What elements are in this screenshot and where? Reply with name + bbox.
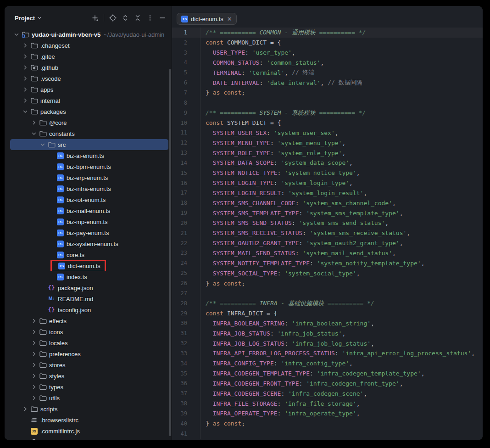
- tree-item-types[interactable]: types: [5, 381, 172, 392]
- project-panel-scrollbar[interactable]: [169, 69, 171, 436]
- code-line: 4 COMMON_STATUS: 'common_status',: [172, 58, 483, 68]
- tree-item-item[interactable]: [5, 437, 172, 440]
- code-editor[interactable]: 1/** ========== COMMON - 通用模块 ==========…: [172, 28, 483, 440]
- chevron-right-icon[interactable]: [30, 339, 38, 347]
- chevron-spacer: [48, 207, 55, 214]
- tab-dict-enum-ts[interactable]: TS dict-enum.ts ✕: [177, 13, 237, 25]
- chevron-right-icon[interactable]: [22, 75, 29, 82]
- editor-area: TS dict-enum.ts ✕ 1/** ========== COMMON…: [172, 6, 483, 440]
- code-line: 21 SYSTEM_SMS_RECEIVE_STATUS: 'system_sm…: [172, 228, 483, 238]
- chevron-right-icon[interactable]: [30, 383, 38, 391]
- tree-item-biz-ai-enum-ts[interactable]: TSbiz-ai-enum.ts: [5, 150, 172, 161]
- chevron-right-icon[interactable]: [22, 405, 29, 413]
- tree-item-core[interactable]: @core: [5, 117, 172, 128]
- chevron-down-icon[interactable]: [22, 108, 29, 115]
- tree-item-vscode[interactable]: .vscode: [5, 73, 172, 84]
- tree-item-biz-mp-enum-ts[interactable]: TSbiz-mp-enum.ts: [5, 216, 172, 227]
- tree-item-index-ts[interactable]: TSindex.ts: [5, 271, 172, 282]
- chevron-right-icon[interactable]: [30, 394, 38, 402]
- tree-item-scripts[interactable]: scripts: [5, 403, 172, 414]
- plus-icon[interactable]: [91, 14, 99, 22]
- line-number: 18: [172, 198, 200, 208]
- tree-item-stores[interactable]: stores: [5, 359, 172, 370]
- toolbar-divider: [104, 14, 104, 22]
- folder-icon: [39, 383, 47, 391]
- tree-item-biz-iot-enum-ts[interactable]: TSbiz-iot-enum.ts: [5, 194, 172, 205]
- folder-icon: [30, 108, 38, 115]
- tree-item-commitlintrc-js[interactable]: JS.commitlintrc.js: [5, 426, 172, 437]
- line-number: 19: [172, 208, 200, 218]
- chevron-down-icon[interactable]: [30, 130, 38, 137]
- expand-all-icon[interactable]: [122, 14, 129, 22]
- tree-item-locales[interactable]: locales: [5, 337, 172, 348]
- tree-item-biz-system-enum-ts[interactable]: TSbiz-system-enum.ts: [5, 238, 172, 249]
- code-line: 41: [172, 429, 483, 439]
- chevron-right-icon[interactable]: [22, 42, 29, 49]
- chevron-right-icon[interactable]: [30, 119, 38, 126]
- code-line: 25 SYSTEM_SOCIAL_TYPE: 'system_social_ty…: [172, 268, 483, 278]
- project-panel-toolbar: [91, 14, 166, 22]
- project-path: ~/Java/yudao-ui-admin: [104, 31, 164, 38]
- tree-item-biz-mall-enum-ts[interactable]: TSbiz-mall-enum.ts: [5, 205, 172, 216]
- tree-item-effects[interactable]: effects: [5, 315, 172, 326]
- tree-item-biz-erp-enum-ts[interactable]: TSbiz-erp-enum.ts: [5, 172, 172, 183]
- code-line-text: } as const;: [200, 278, 245, 288]
- tree-item-yudao-ui-admin-vben-v5[interactable]: yudao-ui-admin-vben-v5~/Java/yudao-ui-ad…: [5, 29, 172, 40]
- chevron-right-icon[interactable]: [30, 328, 38, 336]
- tree-item-utils[interactable]: utils: [5, 392, 172, 403]
- code-line: 18 SYSTEM_SMS_CHANNEL_CODE: 'system_sms_…: [172, 198, 483, 208]
- tree-item-dict-enum-ts[interactable]: TSdict-enum.ts: [5, 260, 172, 271]
- tree-item-styles[interactable]: styles: [5, 370, 172, 381]
- line-number: 9: [172, 108, 200, 118]
- tree-item-biz-bpm-enum-ts[interactable]: TSbiz-bpm-enum.ts: [5, 161, 172, 172]
- code-line-text: SYSTEM_DATA_SCOPE: 'system_data_scope',: [200, 158, 353, 168]
- tree-item-internal[interactable]: internal: [5, 95, 172, 106]
- close-icon[interactable]: ✕: [227, 16, 232, 22]
- kebab-menu-icon[interactable]: [146, 14, 154, 22]
- chevron-right-icon[interactable]: [30, 361, 38, 369]
- tree-item-tsconfig-json[interactable]: {}tsconfig.json: [5, 304, 172, 315]
- chevron-right-icon[interactable]: [22, 86, 29, 93]
- tree-item-label: constants: [49, 130, 75, 137]
- code-line: 32 INFRA_JOB_LOG_STATUS: 'infra_job_log_…: [172, 338, 483, 348]
- code-line: 23 SYSTEM_MAIL_SEND_STATUS: 'system_mail…: [172, 248, 483, 258]
- chevron-right-icon[interactable]: [30, 350, 38, 358]
- code-line-text: const SYSTEM_DICT = {: [200, 118, 281, 128]
- crosshair-icon[interactable]: [109, 14, 117, 22]
- tree-item-browserslistrc[interactable]: .browserslistrc: [5, 414, 172, 426]
- tree-item-github[interactable]: .github: [5, 62, 172, 73]
- tree-item-apps[interactable]: apps: [5, 84, 172, 95]
- project-panel: Project: [5, 6, 172, 440]
- tree-item-label: @core: [49, 119, 67, 126]
- chevron-spacer: [48, 174, 55, 181]
- tree-item-package-json[interactable]: {}package.json: [5, 282, 172, 293]
- tree-item-label: .commitlintrc.js: [40, 428, 80, 435]
- project-panel-title: Project: [15, 15, 35, 22]
- collapse-all-icon[interactable]: [134, 14, 141, 22]
- chevron-right-icon[interactable]: [22, 97, 29, 104]
- tree-item-core-ts[interactable]: TScore.ts: [5, 249, 172, 260]
- minus-icon[interactable]: [159, 14, 166, 22]
- code-line-text: SYSTEM_LOGIN_TYPE: 'system_login_type',: [200, 178, 353, 188]
- tree-item-constants[interactable]: constants: [5, 128, 172, 139]
- tree-item-changeset[interactable]: .changeset: [5, 40, 172, 51]
- tree-item-src[interactable]: src: [5, 139, 172, 150]
- folder-icon: [47, 141, 56, 148]
- tree-item-icons[interactable]: icons: [5, 326, 172, 337]
- chevron-right-icon[interactable]: [22, 53, 29, 60]
- tree-item-biz-pay-enum-ts[interactable]: TSbiz-pay-enum.ts: [5, 227, 172, 238]
- chevron-right-icon[interactable]: [22, 64, 29, 71]
- line-number: 40: [172, 419, 200, 429]
- chevron-down-icon[interactable]: [13, 31, 20, 38]
- tree-item-preferences[interactable]: preferences: [5, 348, 172, 359]
- line-number: 25: [172, 268, 200, 278]
- tree-item-packages[interactable]: packages: [5, 106, 172, 117]
- chevron-right-icon[interactable]: [30, 317, 38, 325]
- tree-item-readme-md[interactable]: M↓README.md: [5, 293, 172, 304]
- line-number: 10: [172, 118, 200, 128]
- tree-item-biz-infra-enum-ts[interactable]: TSbiz-infra-enum.ts: [5, 183, 172, 194]
- chevron-right-icon[interactable]: [30, 372, 38, 380]
- chevron-down-icon[interactable]: [39, 141, 46, 148]
- project-view-selector[interactable]: Project: [15, 15, 42, 22]
- tree-item-gitee[interactable]: .gitee: [5, 51, 172, 62]
